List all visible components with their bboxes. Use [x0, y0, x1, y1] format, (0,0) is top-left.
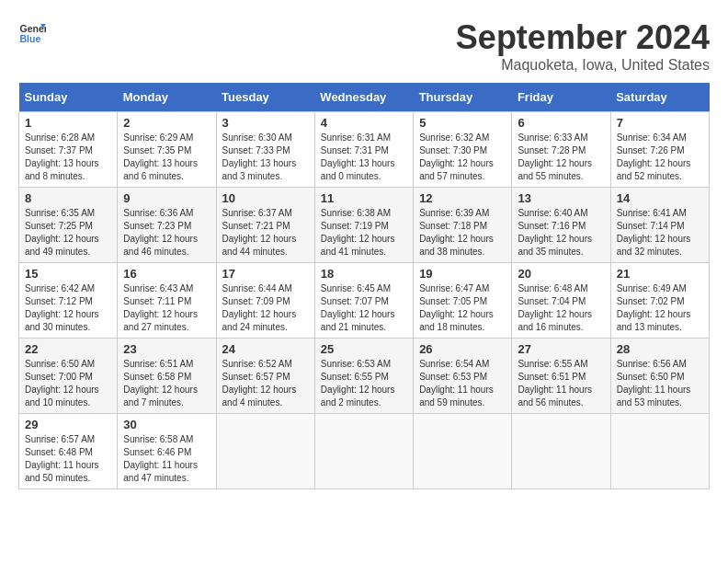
calendar-cell: 8Sunrise: 6:35 AMSunset: 7:25 PMDaylight…	[19, 188, 118, 263]
calendar-cell: 30Sunrise: 6:58 AMSunset: 6:46 PMDayligh…	[118, 414, 216, 489]
day-number: 10	[222, 191, 309, 205]
calendar-cell: 9Sunrise: 6:36 AMSunset: 7:23 PMDaylight…	[118, 188, 216, 263]
day-detail: Sunrise: 6:28 AMSunset: 7:37 PMDaylight:…	[25, 132, 111, 183]
calendar-cell: 26Sunrise: 6:54 AMSunset: 6:53 PMDayligh…	[414, 339, 512, 414]
day-number: 12	[419, 191, 506, 205]
day-detail: Sunrise: 6:56 AMSunset: 6:50 PMDaylight:…	[617, 358, 703, 409]
day-number: 25	[321, 342, 407, 356]
calendar-cell: 6Sunrise: 6:33 AMSunset: 7:28 PMDaylight…	[512, 112, 610, 188]
day-detail: Sunrise: 6:35 AMSunset: 7:25 PMDaylight:…	[25, 207, 111, 259]
calendar-cell: 24Sunrise: 6:52 AMSunset: 6:57 PMDayligh…	[216, 339, 314, 414]
day-detail: Sunrise: 6:37 AMSunset: 7:21 PMDaylight:…	[222, 207, 309, 259]
calendar-cell: 29Sunrise: 6:57 AMSunset: 6:48 PMDayligh…	[19, 414, 118, 489]
day-number: 6	[518, 116, 604, 130]
header-wednesday: Wednesday	[314, 83, 413, 112]
day-number: 22	[25, 342, 111, 356]
header-saturday: Saturday	[610, 83, 709, 112]
day-number: 4	[321, 116, 407, 130]
day-number: 21	[617, 267, 703, 281]
calendar-cell: 27Sunrise: 6:55 AMSunset: 6:51 PMDayligh…	[512, 339, 610, 414]
day-detail: Sunrise: 6:50 AMSunset: 7:00 PMDaylight:…	[25, 358, 111, 409]
week-row: 8Sunrise: 6:35 AMSunset: 7:25 PMDaylight…	[19, 188, 710, 263]
day-detail: Sunrise: 6:58 AMSunset: 6:46 PMDaylight:…	[123, 433, 210, 485]
day-detail: Sunrise: 6:34 AMSunset: 7:26 PMDaylight:…	[617, 132, 703, 183]
calendar-cell	[512, 414, 610, 489]
day-detail: Sunrise: 6:44 AMSunset: 7:09 PMDaylight:…	[222, 282, 309, 334]
day-detail: Sunrise: 6:39 AMSunset: 7:18 PMDaylight:…	[419, 207, 506, 259]
day-detail: Sunrise: 6:45 AMSunset: 7:07 PMDaylight:…	[321, 282, 407, 334]
calendar-cell	[414, 414, 512, 489]
title-section: September 2024 Maquoketa, Iowa, United S…	[456, 18, 710, 74]
day-number: 26	[419, 342, 506, 356]
day-number: 29	[25, 418, 111, 431]
calendar-cell: 12Sunrise: 6:39 AMSunset: 7:18 PMDayligh…	[414, 188, 512, 263]
calendar-cell: 1Sunrise: 6:28 AMSunset: 7:37 PMDaylight…	[19, 112, 118, 188]
day-detail: Sunrise: 6:48 AMSunset: 7:04 PMDaylight:…	[518, 282, 604, 334]
day-detail: Sunrise: 6:36 AMSunset: 7:23 PMDaylight:…	[123, 207, 210, 259]
location-title: Maquoketa, Iowa, United States	[456, 57, 710, 74]
day-number: 23	[123, 342, 210, 356]
day-number: 20	[518, 267, 604, 281]
calendar-cell: 20Sunrise: 6:48 AMSunset: 7:04 PMDayligh…	[512, 263, 610, 339]
day-number: 24	[222, 342, 309, 356]
calendar-cell: 14Sunrise: 6:41 AMSunset: 7:14 PMDayligh…	[610, 188, 709, 263]
day-detail: Sunrise: 6:42 AMSunset: 7:12 PMDaylight:…	[25, 282, 111, 334]
header-tuesday: Tuesday	[216, 83, 314, 112]
day-detail: Sunrise: 6:33 AMSunset: 7:28 PMDaylight:…	[518, 132, 604, 183]
header-friday: Friday	[512, 83, 610, 112]
header-monday: Monday	[118, 83, 216, 112]
day-detail: Sunrise: 6:32 AMSunset: 7:30 PMDaylight:…	[419, 132, 506, 183]
day-detail: Sunrise: 6:47 AMSunset: 7:05 PMDaylight:…	[419, 282, 506, 334]
calendar-cell: 5Sunrise: 6:32 AMSunset: 7:30 PMDaylight…	[414, 112, 512, 188]
calendar-cell: 4Sunrise: 6:31 AMSunset: 7:31 PMDaylight…	[314, 112, 413, 188]
calendar-cell: 18Sunrise: 6:45 AMSunset: 7:07 PMDayligh…	[314, 263, 413, 339]
logo-icon: General Blue	[18, 18, 46, 46]
calendar-cell: 13Sunrise: 6:40 AMSunset: 7:16 PMDayligh…	[512, 188, 610, 263]
calendar-cell: 19Sunrise: 6:47 AMSunset: 7:05 PMDayligh…	[414, 263, 512, 339]
calendar-cell: 28Sunrise: 6:56 AMSunset: 6:50 PMDayligh…	[610, 339, 709, 414]
day-number: 5	[419, 116, 506, 130]
day-detail: Sunrise: 6:51 AMSunset: 6:58 PMDaylight:…	[123, 358, 210, 409]
day-number: 11	[321, 191, 407, 205]
day-number: 1	[25, 116, 111, 130]
calendar-cell: 2Sunrise: 6:29 AMSunset: 7:35 PMDaylight…	[118, 112, 216, 188]
day-number: 27	[518, 342, 604, 356]
week-row: 29Sunrise: 6:57 AMSunset: 6:48 PMDayligh…	[19, 414, 710, 489]
day-number: 7	[617, 116, 703, 130]
day-number: 14	[617, 191, 703, 205]
day-number: 19	[419, 267, 506, 281]
day-detail: Sunrise: 6:38 AMSunset: 7:19 PMDaylight:…	[321, 207, 407, 259]
calendar-cell: 16Sunrise: 6:43 AMSunset: 7:11 PMDayligh…	[118, 263, 216, 339]
calendar-cell: 22Sunrise: 6:50 AMSunset: 7:00 PMDayligh…	[19, 339, 118, 414]
day-detail: Sunrise: 6:53 AMSunset: 6:55 PMDaylight:…	[321, 358, 407, 409]
month-title: September 2024	[456, 18, 710, 57]
day-detail: Sunrise: 6:55 AMSunset: 6:51 PMDaylight:…	[518, 358, 604, 409]
week-row: 15Sunrise: 6:42 AMSunset: 7:12 PMDayligh…	[19, 263, 710, 339]
calendar-cell: 11Sunrise: 6:38 AMSunset: 7:19 PMDayligh…	[314, 188, 413, 263]
day-number: 9	[123, 191, 210, 205]
day-number: 8	[25, 191, 111, 205]
calendar-cell	[314, 414, 413, 489]
day-detail: Sunrise: 6:30 AMSunset: 7:33 PMDaylight:…	[222, 132, 309, 183]
header-row: SundayMondayTuesdayWednesdayThursdayFrid…	[19, 83, 710, 112]
logo: General Blue	[18, 18, 46, 46]
day-number: 18	[321, 267, 407, 281]
day-number: 17	[222, 267, 309, 281]
day-detail: Sunrise: 6:43 AMSunset: 7:11 PMDaylight:…	[123, 282, 210, 334]
day-number: 15	[25, 267, 111, 281]
svg-text:Blue: Blue	[20, 33, 41, 44]
calendar-cell	[216, 414, 314, 489]
day-number: 13	[518, 191, 604, 205]
calendar-cell: 23Sunrise: 6:51 AMSunset: 6:58 PMDayligh…	[118, 339, 216, 414]
calendar-cell: 10Sunrise: 6:37 AMSunset: 7:21 PMDayligh…	[216, 188, 314, 263]
week-row: 1Sunrise: 6:28 AMSunset: 7:37 PMDaylight…	[19, 112, 710, 188]
day-number: 2	[123, 116, 210, 130]
day-detail: Sunrise: 6:52 AMSunset: 6:57 PMDaylight:…	[222, 358, 309, 409]
calendar-cell	[610, 414, 709, 489]
day-detail: Sunrise: 6:57 AMSunset: 6:48 PMDaylight:…	[25, 433, 111, 485]
day-detail: Sunrise: 6:29 AMSunset: 7:35 PMDaylight:…	[123, 132, 210, 183]
header-sunday: Sunday	[19, 83, 118, 112]
calendar-cell: 15Sunrise: 6:42 AMSunset: 7:12 PMDayligh…	[19, 263, 118, 339]
calendar-cell: 21Sunrise: 6:49 AMSunset: 7:02 PMDayligh…	[610, 263, 709, 339]
calendar-cell: 3Sunrise: 6:30 AMSunset: 7:33 PMDaylight…	[216, 112, 314, 188]
